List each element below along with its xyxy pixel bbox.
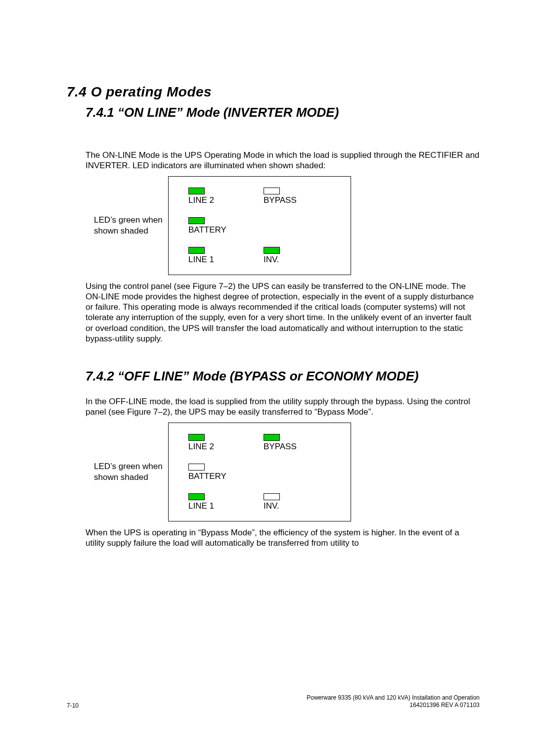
led-indicator-icon [188, 464, 205, 471]
diagram-2: LED’s green when shown shaded LINE 2 BYP… [94, 423, 480, 521]
diagram-1: LED’s green when shown shaded LINE 2 BYP… [94, 176, 480, 275]
sub2-outro: When the UPS is operating in “Bypass Mod… [86, 527, 480, 549]
led-label: LINE 2 [188, 442, 214, 452]
subsection-heading-2: 7.4.2 “OFF LINE” Mode (BYPASS or ECONOMY… [86, 369, 480, 384]
led-row: BATTERY [188, 217, 339, 235]
led-indicator-icon [264, 493, 280, 500]
led-battery: BATTERY [188, 464, 267, 481]
diagram-1-note: LED’s green when shown shaded [94, 215, 168, 236]
led-row: LINE 1 INV. [188, 493, 339, 511]
led-indicator-icon [188, 247, 205, 254]
page: 7.4 O perating Modes 7.4.1 “ON LINE” Mod… [0, 0, 534, 582]
led-indicator-icon [264, 434, 280, 441]
footer-line-2: 164201396 REV A 071103 [307, 702, 480, 709]
led-label: INV. [264, 501, 279, 511]
led-row: LINE 2 BYPASS [188, 434, 339, 452]
led-line2: LINE 2 [188, 188, 264, 205]
page-footer: 7-10 Powerware 9335 (80 kVA and 120 kVA)… [67, 694, 480, 709]
sub2-intro: In the OFF-LINE mode, the load is suppli… [86, 396, 480, 418]
led-indicator-icon [264, 188, 280, 194]
led-line1: LINE 1 [188, 493, 264, 511]
led-indicator-icon [264, 247, 280, 254]
led-indicator-icon [188, 217, 205, 224]
led-inv: INV. [264, 493, 339, 511]
led-panel-1: LINE 2 BYPASS BATTERY LINE 1 [168, 176, 351, 275]
led-line2: LINE 2 [188, 434, 264, 452]
led-indicator-icon [188, 493, 205, 500]
led-label: BATTERY [188, 225, 226, 235]
led-label: BYPASS [264, 195, 297, 205]
led-indicator-icon [188, 188, 205, 194]
led-bypass: BYPASS [264, 188, 339, 205]
section-heading: 7.4 O perating Modes [67, 84, 480, 100]
sub1-intro: The ON-LINE Mode is the UPS Operating Mo… [86, 150, 480, 171]
led-label: INV. [264, 255, 279, 265]
led-line1: LINE 1 [188, 247, 264, 265]
led-row: LINE 2 BYPASS [188, 188, 339, 205]
led-row: LINE 1 INV. [188, 247, 339, 265]
led-indicator-icon [188, 434, 205, 441]
footer-right: Powerware 9335 (80 kVA and 120 kVA) Inst… [307, 694, 480, 709]
led-label: LINE 1 [188, 501, 214, 511]
led-label: BATTERY [188, 472, 226, 481]
led-row: BATTERY [188, 464, 339, 481]
subsection-heading-1: 7.4.1 “ON LINE” Mode (INVERTER MODE) [86, 105, 480, 120]
page-number: 7-10 [67, 702, 79, 709]
led-label: BYPASS [264, 442, 297, 452]
led-battery: BATTERY [188, 217, 267, 235]
led-panel-2: LINE 2 BYPASS BATTERY LINE 1 [168, 423, 351, 521]
led-bypass: BYPASS [264, 434, 339, 452]
footer-line-1: Powerware 9335 (80 kVA and 120 kVA) Inst… [307, 694, 480, 702]
sub1-outro: Using the control panel (see Figure 7–2)… [86, 281, 480, 344]
diagram-2-note: LED’s green when shown shaded [94, 461, 168, 482]
led-label: LINE 2 [188, 195, 214, 205]
led-label: LINE 1 [188, 255, 214, 265]
led-inv: INV. [264, 247, 339, 265]
